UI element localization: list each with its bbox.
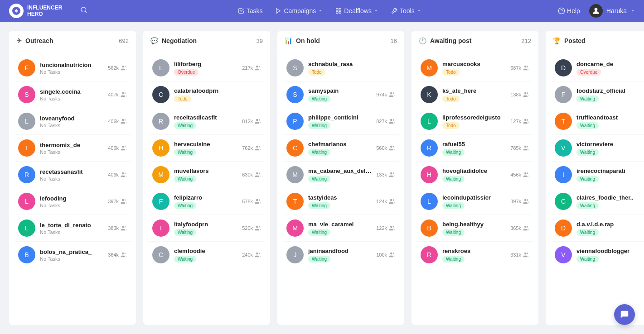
card-name: foodstarz_official: [576, 87, 640, 94]
influencer-card[interactable]: Bbeing.healthyyWaiting365k: [417, 215, 533, 242]
influencer-card[interactable]: RrecetassanasfitNo Tasks406k: [15, 162, 131, 188]
followers-count: 520k: [242, 225, 253, 231]
influencer-card[interactable]: Kks_ate_hereTodo138k: [417, 81, 533, 108]
card-sub: No Tasks: [40, 149, 103, 155]
influencer-card[interactable]: MmuveflavorsWaiting630k: [149, 162, 265, 188]
influencer-card[interactable]: CclemfoodieWaiting240k: [149, 242, 265, 268]
nav-help[interactable]: Help: [558, 7, 580, 14]
influencer-card[interactable]: CchefmarianosWaiting560k: [283, 135, 399, 162]
card-name: janinaandfood: [308, 248, 372, 254]
card-sub: No Tasks: [40, 123, 103, 128]
card-avatar: B: [18, 246, 35, 263]
svg-point-34: [524, 119, 527, 121]
card-badge: Waiting: [576, 256, 599, 262]
influencer-card[interactable]: FfuncionaInutricionNo Tasks562k: [15, 55, 131, 81]
followers-icon: [523, 172, 529, 178]
influencer-card[interactable]: Pphilippe_conticiniWaiting827k: [283, 108, 399, 135]
card-avatar: H: [152, 139, 169, 157]
influencer-card[interactable]: MmarcuscooksTodo687k: [417, 55, 533, 81]
svg-point-17: [122, 253, 124, 255]
chat-bubble[interactable]: [614, 304, 635, 325]
influencer-card[interactable]: LlecoindupatissierWaiting397k: [417, 188, 533, 215]
influencer-card[interactable]: VvictorneviereWaiting111k: [551, 135, 644, 162]
card-info: viennafoodbloggerWaiting: [576, 248, 643, 262]
col-count-negotiation: 39: [257, 38, 263, 44]
card-meta: 560k: [376, 145, 395, 151]
influencer-card[interactable]: Tthermomix_deNo Tasks406k: [15, 135, 131, 162]
card-meta: 456k: [510, 172, 529, 178]
card-avatar: B: [421, 219, 438, 237]
influencer-card[interactable]: Rrafuel55Waiting785k: [417, 135, 533, 162]
followers-count: 456k: [510, 172, 521, 177]
influencer-card[interactable]: IitalyfoodprnWaiting520k: [149, 215, 265, 242]
nav-tools[interactable]: Tools: [391, 7, 421, 14]
card-info: ma_vie_caramelWaiting: [308, 221, 372, 236]
influencer-card[interactable]: Bbolos_na_pratica_No Tasks364k: [15, 242, 131, 268]
influencer-card[interactable]: TtruffleandtoastWaiting116k: [551, 108, 644, 135]
influencer-card[interactable]: SsamyspainWaiting974k: [283, 81, 399, 108]
card-avatar: T: [555, 113, 572, 130]
influencer-card[interactable]: RreceitasdicasfitWaiting812k: [149, 108, 265, 135]
card-name: felipizarro: [174, 194, 237, 201]
card-badge: Waiting: [308, 229, 330, 236]
influencer-card[interactable]: FfelipizarroWaiting578k: [149, 188, 265, 215]
svg-point-24: [256, 253, 258, 255]
card-meta: 365k: [510, 225, 529, 231]
col-body-outreach: FfuncionaInutricionNo Tasks562kSsingele.…: [9, 51, 136, 325]
followers-count: 578k: [242, 199, 253, 204]
influencer-card[interactable]: Mma_vie_caramelWaiting122k: [283, 215, 399, 242]
card-avatar: I: [555, 166, 572, 183]
influencer-card[interactable]: LloveanyfoodNo Tasks406k: [15, 108, 131, 135]
card-info: singele.cocinaNo Tasks: [40, 88, 103, 101]
card-avatar: S: [18, 86, 35, 103]
influencer-card[interactable]: TtastyideasWaiting124k: [283, 188, 399, 215]
influencer-card[interactable]: Lle_torte_di_renatoNo Tasks383k: [15, 215, 131, 242]
influencer-card[interactable]: HhervecuisineWaiting762k: [149, 135, 265, 162]
influencer-card[interactable]: IirenecocinaparatiWaiting63k: [551, 162, 644, 188]
influencer-card[interactable]: LlefoodingNo Tasks397k: [15, 188, 131, 215]
col-icon: ✈: [16, 37, 22, 44]
card-meta: 407k: [108, 91, 127, 98]
influencer-card[interactable]: RrenskroesWaiting331k: [417, 242, 533, 268]
card-info: thermomix_deNo Tasks: [40, 142, 103, 155]
card-meta: 100k: [376, 252, 395, 258]
card-meta: 124k: [376, 198, 395, 205]
influencer-card[interactable]: Cclaires_foodie_ther..Waiting26k: [551, 188, 644, 215]
influencer-card[interactable]: Ssingele.cocinaNo Tasks407k: [15, 81, 131, 108]
nav-tasks[interactable]: Tasks: [238, 7, 263, 14]
nav-campaigns[interactable]: Campaigns: [275, 7, 323, 14]
influencer-card[interactable]: VviennafoodbloggerWaiting24k: [551, 242, 644, 268]
influencer-card[interactable]: Ffoodstarz_officialWaiting387k: [551, 81, 644, 108]
influencer-card[interactable]: JjaninaandfoodWaiting100k: [283, 242, 399, 268]
nav-dealflows[interactable]: Dealflows: [335, 7, 378, 14]
card-info: calabriafoodprnTodo: [174, 87, 261, 102]
influencer-card[interactable]: HhovogliadidolceWaiting456k: [417, 162, 533, 188]
influencer-card[interactable]: LliprofessoredelgustoTodo127k: [417, 108, 533, 135]
influencer-card[interactable]: LliliforbergOverdue217k: [149, 55, 265, 81]
influencer-card[interactable]: Mma_cabane_aux_delic..Waiting133k: [283, 162, 399, 188]
card-avatar: R: [152, 113, 169, 130]
card-badge: Overdue: [174, 69, 199, 76]
influencer-card[interactable]: Ddoncarne_deOverdue48k: [551, 55, 644, 81]
influencer-card[interactable]: CcalabriafoodprnTodo: [149, 81, 265, 108]
search-icon[interactable]: [80, 6, 87, 15]
card-meta: 331k: [510, 252, 529, 258]
card-badge: Waiting: [308, 256, 330, 262]
card-avatar: T: [286, 193, 304, 210]
card-sub: No Tasks: [40, 203, 103, 208]
card-meta: 578k: [242, 198, 261, 205]
followers-icon: [523, 118, 529, 124]
logo[interactable]: INFLUENCER HERO: [9, 4, 62, 18]
influencer-card[interactable]: Dd.a.v.i.d.e.rapWaiting24k: [551, 215, 644, 242]
card-name: liprofessoredelgusto: [442, 114, 506, 121]
followers-icon: [389, 91, 395, 98]
nav-user[interactable]: Haruka: [589, 4, 635, 18]
card-name: recetassanasfit: [40, 168, 103, 175]
card-info: schnabula_rasaTodo: [308, 61, 395, 76]
card-badge: Waiting: [308, 122, 330, 129]
user-avatar: [589, 4, 603, 18]
card-info: lecoindupatissierWaiting: [442, 194, 506, 209]
followers-icon: [389, 172, 395, 178]
influencer-card[interactable]: Sschnabula_rasaTodo: [283, 55, 399, 81]
card-name: hervecuisine: [174, 141, 237, 148]
